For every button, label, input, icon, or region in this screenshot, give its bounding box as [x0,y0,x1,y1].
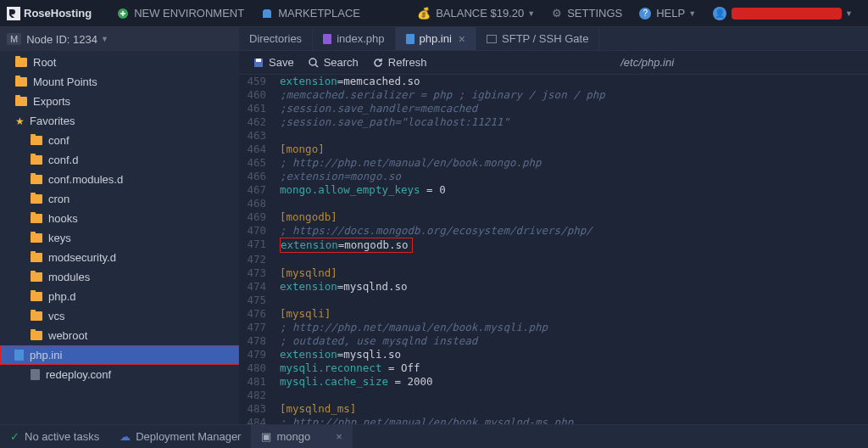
line-number: 480 [239,361,276,375]
tree-item-mount-points[interactable]: Mount Points [0,72,239,92]
top-bar: RoseHosting NEW ENVIRONMENT MARKETPLACE … [0,0,868,27]
code-line[interactable]: 465; http://php.net/manual/en/book.mongo… [239,156,868,170]
code-line[interactable]: 470; https://docs.mongodb.org/ecosystem/… [239,224,868,238]
chevron-down-icon: ▼ [101,35,108,43]
marketplace-button[interactable]: MARKETPLACE [253,7,369,20]
settings-button[interactable]: ⚙ SETTINGS [543,7,631,20]
tree-item-modules[interactable]: modules [0,267,239,287]
save-button[interactable]: Save [246,56,301,69]
code-line[interactable]: 471extension=mongodb.so [239,238,868,253]
tree-item-conf[interactable]: conf [0,131,239,150]
code-content: ; https://docs.mongodb.org/ecosystem/dri… [276,224,868,238]
save-icon [253,57,264,69]
code-content: mysqli.reconnect = Off [276,361,868,375]
tree-item-cron[interactable]: cron [0,189,239,209]
code-line[interactable]: 475 [239,294,868,307]
code-line[interactable]: 478; outdated, use mysqlnd instead [239,334,868,348]
code-line[interactable]: 472 [239,253,868,266]
code-content [276,129,868,143]
code-content: mongo.allow_empty_keys = 0 [276,183,868,197]
code-line[interactable]: 468 [239,197,868,210]
code-line[interactable]: 469[mongodb] [239,210,868,224]
line-number: 483 [239,402,276,416]
new-environment-button[interactable]: NEW ENVIRONMENT [108,7,253,20]
code-line[interactable]: 479extension=mysqli.so [239,348,868,361]
tab-directories[interactable]: Directories [239,27,313,50]
code-editor[interactable]: 459extension=memcached.so460;memcached.s… [239,75,868,424]
code-line[interactable]: 474extension=mysqlnd.so [239,280,868,294]
tree-item-label: modsecurity.d [48,251,116,264]
user-menu[interactable]: 👤 ▼ [704,7,861,20]
folder-icon [31,175,42,184]
node-selector[interactable]: M Node ID: 1234 ▼ [0,27,239,51]
code-line[interactable]: 464[mongo] [239,143,868,156]
code-content [276,294,868,307]
tree-item-favorites[interactable]: ★Favorites [0,111,239,131]
tree-item-conf-modules-d[interactable]: conf.modules.d [0,170,239,189]
tree-item-label: webroot [48,329,87,342]
terminal-icon: ▣ [261,430,271,443]
tasks-status[interactable]: ✓ No active tasks [0,425,109,448]
folder-icon [15,58,27,67]
line-number: 468 [239,197,276,210]
code-line[interactable]: 481mysqli.cache_size = 2000 [239,375,868,389]
code-line[interactable]: 482 [239,389,868,402]
tree-item-keys[interactable]: keys [0,228,239,248]
tree-item-label: php.d [48,290,76,303]
code-line[interactable]: 461;session.save_handler=memcached [239,102,868,115]
tree-item-hooks[interactable]: hooks [0,209,239,228]
folder-icon [31,272,42,282]
tree-item-modsecurity-d[interactable]: modsecurity.d [0,248,239,267]
code-line[interactable]: 467mongo.allow_empty_keys = 0 [239,183,868,197]
refresh-button[interactable]: Refresh [365,56,434,69]
code-content: extension=memcached.so [276,75,868,88]
check-icon: ✓ [10,430,19,443]
tree-item-redeploy-conf[interactable]: redeploy.conf [0,365,239,384]
tree-item-php-d[interactable]: php.d [0,287,239,306]
tree-item-label: conf [48,134,70,147]
tab-php-ini[interactable]: php.ini× [396,27,477,50]
line-number: 476 [239,307,276,321]
tab-label: php.ini [420,32,452,45]
user-avatar-icon: 👤 [713,7,726,20]
tree-item-webroot[interactable]: webroot [0,326,239,345]
tree-item-label: Mount Points [33,76,97,88]
tree-item-vcs[interactable]: vcs [0,306,239,326]
code-line[interactable]: 480mysqli.reconnect = Off [239,361,868,375]
code-line[interactable]: 484; http://php.net/manual/en/book.mysql… [239,416,868,424]
balance-button[interactable]: 💰 BALANCE $19.20 ▼ [409,7,543,20]
code-line[interactable]: 460;memcached.serializer = php ; igbinar… [239,88,868,102]
code-line[interactable]: 462;session.save_path="localhost:11211" [239,115,868,129]
code-content: ; http://php.net/manual/en/book.mysqli.p… [276,321,868,334]
brand-logo: RoseHosting [7,7,92,20]
code-line[interactable]: 476[mysqli] [239,307,868,321]
code-line[interactable]: 466;extension=mongo.so [239,170,868,183]
code-content: ; http://php.net/manual/en/book.mongo.ph… [276,156,868,170]
tab-index-php[interactable]: index.php [313,27,395,50]
search-button[interactable]: Search [301,56,365,69]
code-line[interactable]: 473[mysqlnd] [239,266,868,280]
tab-sftp-ssh-gate[interactable]: SFTP / SSH Gate [476,27,599,50]
line-number: 471 [239,238,276,253]
folder-icon [31,194,42,204]
code-line[interactable]: 483[mysqlnd_ms] [239,402,868,416]
help-button[interactable]: ? HELP ▼ [631,7,704,20]
deployment-manager-button[interactable]: ☁ Deployment Manager [109,425,251,448]
file-tree: RootMount PointsExports★Favoritesconfcon… [0,51,239,424]
star-icon: ★ [15,115,25,127]
tree-item-php-ini[interactable]: php.ini [0,345,239,365]
close-icon[interactable]: × [459,32,465,46]
code-line[interactable]: 477; http://php.net/manual/en/book.mysql… [239,321,868,334]
code-line[interactable]: 459extension=memcached.so [239,75,868,88]
editor-panel: Directoriesindex.phpphp.ini×SFTP / SSH G… [239,27,868,424]
tree-item-label: Favorites [30,115,75,127]
tree-item-root[interactable]: Root [0,53,239,72]
tree-item-exports[interactable]: Exports [0,92,239,111]
chevron-down-icon: ▼ [527,9,535,18]
tree-item-conf-d[interactable]: conf.d [0,150,239,170]
folder-icon [31,311,42,321]
code-content: [mongo] [276,143,868,156]
code-line[interactable]: 463 [239,129,868,143]
mongo-tab[interactable]: ▣ mongo × [251,425,352,448]
close-icon[interactable]: × [336,430,342,443]
